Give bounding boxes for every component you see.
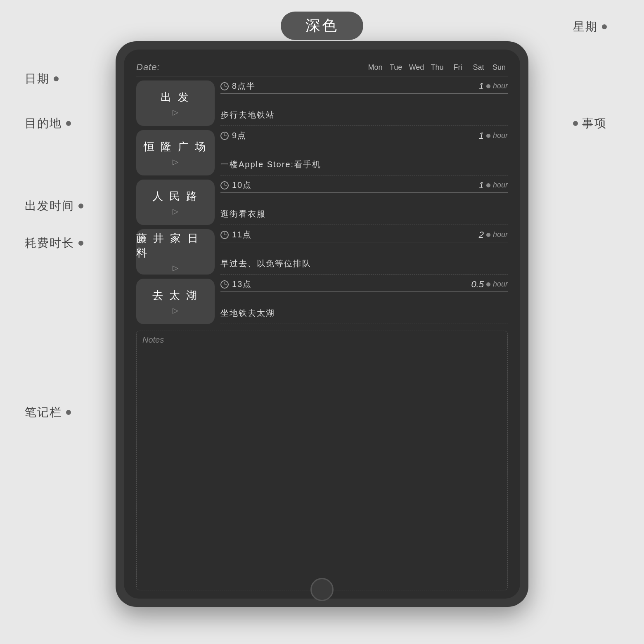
event-time-text-4[interactable]: 13点 xyxy=(232,279,252,290)
nav-icon-3: ▷ xyxy=(173,263,178,272)
event-description-4[interactable]: 坐地铁去太湖 xyxy=(220,305,508,320)
event-time-text-0[interactable]: 8点半 xyxy=(232,80,256,92)
weekday-sun[interactable]: Sun xyxy=(490,63,508,72)
nav-icon-0: ▷ xyxy=(173,108,178,117)
annotation-week-label: 星期 xyxy=(573,19,598,35)
event-info-0: 8点半1hour步行去地铁站 xyxy=(220,80,508,126)
destination-name-3: 藤 井 家 日 料 xyxy=(136,231,215,260)
annotation-destination-dot xyxy=(66,121,71,126)
weekday-thu[interactable]: Thu xyxy=(429,63,446,72)
clock-icon-2 xyxy=(220,181,229,189)
annotation-duration: 耗费时长 xyxy=(25,235,83,251)
schedule-item-4: 去 太 湖▷13点0.5hour坐地铁去太湖 xyxy=(136,279,508,324)
event-hour-label-1: hour xyxy=(493,131,508,140)
event-hour-num-3[interactable]: 2 xyxy=(479,230,484,240)
annotation-notes: 笔记栏 xyxy=(25,405,71,420)
annotation-destination: 目的地 xyxy=(25,116,71,131)
theme-label: 深色 xyxy=(281,12,363,40)
notes-label: Notes xyxy=(142,335,502,345)
ipad-screen: Date: MonTueWedThuFriSatSun 出 发▷8点半1hour… xyxy=(124,50,520,599)
annotation-notes-dot xyxy=(66,410,71,415)
annotation-date: 日期 xyxy=(25,71,59,87)
destination-name-1: 恒 隆 广 场 xyxy=(144,140,207,154)
event-time-text-2[interactable]: 10点 xyxy=(232,180,252,191)
weekday-wed[interactable]: Wed xyxy=(408,63,425,72)
event-hour-num-0[interactable]: 1 xyxy=(479,81,484,92)
weekday-fri[interactable]: Fri xyxy=(449,63,466,72)
nav-icon-4: ▷ xyxy=(173,306,178,315)
event-hour-row-4: 0.5hour xyxy=(471,279,508,290)
event-info-3: 11点2hour早过去、以免等位排队 xyxy=(220,229,508,275)
event-time-row-0: 8点半1hour xyxy=(220,80,508,94)
destination-name-2: 人 民 路 xyxy=(152,189,199,204)
event-dot-2 xyxy=(486,183,490,187)
destination-card-1[interactable]: 恒 隆 广 场▷ xyxy=(136,130,215,175)
event-time-left-2: 10点 xyxy=(220,180,252,191)
event-time-left-0: 8点半 xyxy=(220,80,256,92)
event-hour-label-3: hour xyxy=(493,230,508,239)
event-hour-label-0: hour xyxy=(493,82,508,90)
destination-card-0[interactable]: 出 发▷ xyxy=(136,80,215,126)
event-time-left-4: 13点 xyxy=(220,279,252,290)
annotation-departure-dot xyxy=(78,204,83,208)
schedule-item-0: 出 发▷8点半1hour步行去地铁站 xyxy=(136,80,508,126)
schedule-item-3: 藤 井 家 日 料▷11点2hour早过去、以免等位排队 xyxy=(136,229,508,275)
schedule-item-1: 恒 隆 广 场▷9点1hour一楼Apple Store:看手机 xyxy=(136,130,508,175)
event-description-3[interactable]: 早过去、以免等位排队 xyxy=(220,256,508,271)
event-description-0[interactable]: 步行去地铁站 xyxy=(220,107,508,122)
event-time-text-1[interactable]: 9点 xyxy=(232,130,246,141)
event-info-2: 10点1hour逛街看衣服 xyxy=(220,180,508,225)
annotation-events: 事项 xyxy=(573,116,607,131)
destination-name-0: 出 发 xyxy=(161,90,190,104)
event-hour-label-2: hour xyxy=(493,181,508,189)
annotation-date-dot xyxy=(54,76,59,81)
event-dot-4 xyxy=(486,282,490,286)
annotation-events-dot xyxy=(573,121,578,126)
clock-icon-1 xyxy=(220,132,229,140)
destination-card-2[interactable]: 人 民 路▷ xyxy=(136,180,215,225)
event-dot-0 xyxy=(486,84,490,88)
event-time-row-2: 10点1hour xyxy=(220,180,508,193)
destination-card-4[interactable]: 去 太 湖▷ xyxy=(136,279,215,324)
event-info-1: 9点1hour一楼Apple Store:看手机 xyxy=(220,130,508,175)
annotation-departure-label: 出发时间 xyxy=(25,198,74,214)
event-time-left-3: 11点 xyxy=(220,229,252,240)
ipad-frame: Date: MonTueWedThuFriSatSun 出 发▷8点半1hour… xyxy=(116,41,528,607)
event-dot-3 xyxy=(486,233,490,237)
event-time-row-4: 13点0.5hour xyxy=(220,279,508,292)
schedule-container: 出 发▷8点半1hour步行去地铁站恒 隆 广 场▷9点1hour一楼Apple… xyxy=(136,80,508,328)
event-hour-row-1: 1hour xyxy=(479,130,508,141)
event-description-2[interactable]: 逛街看衣服 xyxy=(220,206,508,221)
weekday-mon[interactable]: Mon xyxy=(367,63,384,72)
date-header: Date: MonTueWedThuFriSatSun xyxy=(136,62,508,76)
annotation-duration-label: 耗费时长 xyxy=(25,235,74,251)
clock-icon-3 xyxy=(220,231,229,239)
nav-icon-1: ▷ xyxy=(173,157,178,166)
event-hour-label-4: hour xyxy=(493,280,508,289)
event-hour-row-2: 1hour xyxy=(479,180,508,191)
annotation-week: 星期 xyxy=(573,19,607,35)
event-time-row-1: 9点1hour xyxy=(220,130,508,143)
event-hour-row-3: 2hour xyxy=(479,230,508,240)
schedule-item-2: 人 民 路▷10点1hour逛街看衣服 xyxy=(136,180,508,225)
screen-content: Date: MonTueWedThuFriSatSun 出 发▷8点半1hour… xyxy=(124,50,520,599)
weekday-tue[interactable]: Tue xyxy=(387,63,405,72)
notes-section[interactable]: Notes xyxy=(136,331,508,590)
event-hour-num-4[interactable]: 0.5 xyxy=(471,279,484,290)
event-hour-num-1[interactable]: 1 xyxy=(479,130,484,141)
event-description-1[interactable]: 一楼Apple Store:看手机 xyxy=(220,156,508,172)
annotation-date-label: 日期 xyxy=(25,71,50,87)
annotation-destination-label: 目的地 xyxy=(25,116,62,131)
event-hour-num-2[interactable]: 1 xyxy=(479,180,484,191)
event-time-left-1: 9点 xyxy=(220,130,246,141)
nav-icon-2: ▷ xyxy=(173,207,178,216)
date-field-label[interactable]: Date: xyxy=(136,62,160,73)
weekdays-row: MonTueWedThuFriSatSun xyxy=(367,63,508,72)
event-time-text-3[interactable]: 11点 xyxy=(232,229,252,240)
event-dot-1 xyxy=(486,134,490,138)
destination-name-4: 去 太 湖 xyxy=(152,288,199,303)
weekday-sat[interactable]: Sat xyxy=(470,63,487,72)
destination-card-3[interactable]: 藤 井 家 日 料▷ xyxy=(136,229,215,275)
event-info-4: 13点0.5hour坐地铁去太湖 xyxy=(220,279,508,324)
annotation-notes-label: 笔记栏 xyxy=(25,405,62,420)
